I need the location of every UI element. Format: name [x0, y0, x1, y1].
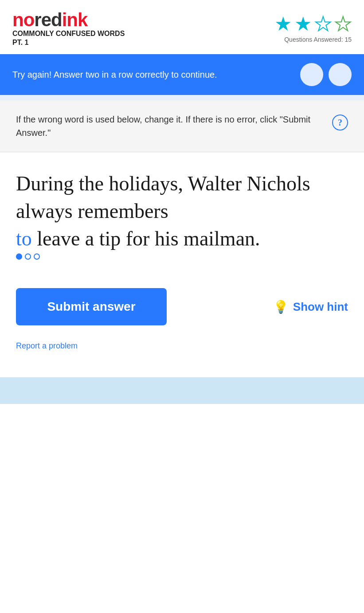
- circle-indicator-2: [329, 63, 352, 86]
- dot-3: [34, 253, 40, 260]
- actions-area: Submit answer 💡 Show hint: [0, 270, 364, 334]
- sentence-before: During the holidays, Walter Nichols alwa…: [16, 172, 310, 222]
- help-icon[interactable]: ?: [332, 115, 348, 131]
- star-4: ★: [334, 15, 352, 34]
- stars-row: ★ ★ ★ ★: [274, 15, 352, 34]
- logo: noredink: [12, 11, 128, 29]
- actions-row: Submit answer 💡 Show hint: [16, 288, 348, 325]
- question-area: During the holidays, Walter Nichols alwa…: [0, 152, 364, 270]
- show-hint-button[interactable]: 💡 Show hint: [273, 300, 348, 314]
- logo-ink: ink: [62, 9, 88, 30]
- star-1: ★: [274, 15, 292, 34]
- star-3: ★: [314, 15, 332, 34]
- show-hint-label: Show hint: [293, 300, 348, 314]
- dot-1: [16, 253, 22, 260]
- instructions-text: If the wrong word is used below, change …: [16, 113, 325, 139]
- sentence-after: leave a tip for his mailman.: [37, 227, 260, 250]
- dot-2: [25, 253, 31, 260]
- bulb-icon: 💡: [273, 300, 289, 314]
- clickable-word[interactable]: to: [16, 225, 32, 253]
- logo-red: red: [34, 9, 62, 30]
- banner-text: Try again! Answer two in a row correctly…: [12, 68, 270, 81]
- banner-circles: [300, 63, 352, 86]
- header: noredink COMMONLY CONFUSED WORDS PT. 1 ★…: [0, 0, 364, 54]
- sentence: During the holidays, Walter Nichols alwa…: [16, 170, 348, 260]
- word-dots: [16, 253, 348, 260]
- submit-answer-button[interactable]: Submit answer: [16, 288, 167, 325]
- circle-indicator-1: [300, 63, 323, 86]
- instructions-block: If the wrong word is used below, change …: [0, 100, 364, 152]
- star-2: ★: [294, 15, 312, 34]
- stars-block: ★ ★ ★ ★ Questions Answered: 15: [274, 15, 352, 43]
- footer-area: [0, 377, 364, 404]
- progress-bar-area: [0, 95, 364, 100]
- questions-answered: Questions Answered: 15: [274, 36, 352, 43]
- page-title: COMMONLY CONFUSED WORDS PT. 1: [12, 29, 128, 47]
- logo-and-title: noredink COMMONLY CONFUSED WORDS PT. 1: [12, 11, 128, 47]
- logo-no: no: [12, 9, 34, 30]
- report-problem-link[interactable]: Report a problem: [16, 341, 78, 351]
- try-again-banner: Try again! Answer two in a row correctly…: [0, 54, 364, 95]
